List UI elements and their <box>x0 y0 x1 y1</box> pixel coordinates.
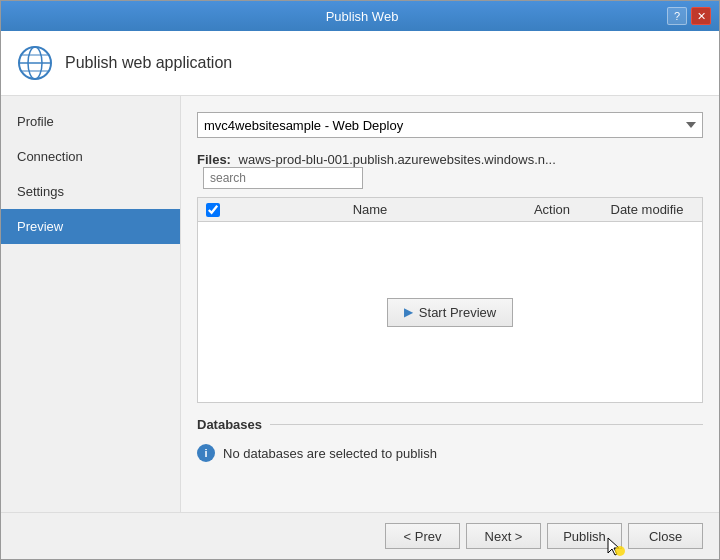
publish-button[interactable]: Publish <box>547 523 622 549</box>
sidebar-item-profile[interactable]: Profile <box>1 104 180 139</box>
close-button[interactable]: Close <box>628 523 703 549</box>
next-button[interactable]: Next > <box>466 523 541 549</box>
table-header: Name Action Date modifie <box>198 198 702 222</box>
databases-section: Databases i No databases are selected to… <box>197 417 703 466</box>
select-all-checkbox[interactable] <box>206 203 220 217</box>
sidebar-item-connection[interactable]: Connection <box>1 139 180 174</box>
prev-button[interactable]: < Prev <box>385 523 460 549</box>
publish-button-wrapper: Publish <box>547 523 622 549</box>
preview-table: Name Action Date modifie ▶ Start Preview <box>197 197 703 403</box>
col-header-date: Date modifie <box>592 202 702 217</box>
table-body: ▶ Start Preview <box>198 222 702 402</box>
databases-info-text: No databases are selected to publish <box>223 446 437 461</box>
title-bar: Publish Web ? ✕ <box>1 1 719 31</box>
start-preview-button[interactable]: ▶ Start Preview <box>387 298 513 327</box>
globe-icon <box>17 45 53 81</box>
files-label: Files: <box>197 152 231 167</box>
profile-select[interactable]: mvc4websitesample - Web Deploy <box>197 112 703 138</box>
dialog-header-title: Publish web application <box>65 54 232 72</box>
dialog-header: Publish web application <box>1 31 719 96</box>
databases-info-row: i No databases are selected to publish <box>197 440 703 466</box>
help-button[interactable]: ? <box>667 7 687 25</box>
col-header-action: Action <box>512 202 592 217</box>
search-input[interactable] <box>203 167 363 189</box>
dialog-body: Profile Connection Settings Preview mvc4… <box>1 96 719 512</box>
close-title-button[interactable]: ✕ <box>691 7 711 25</box>
sidebar-item-settings[interactable]: Settings <box>1 174 180 209</box>
databases-label: Databases <box>197 417 262 432</box>
header-checkbox-cell <box>198 203 228 217</box>
files-row: Files: waws-prod-blu-001.publish.azurewe… <box>197 152 703 189</box>
main-content: mvc4websitesample - Web Deploy Files: wa… <box>181 96 719 512</box>
profile-row: mvc4websitesample - Web Deploy <box>197 112 703 138</box>
sidebar: Profile Connection Settings Preview <box>1 96 181 512</box>
title-bar-controls: ? ✕ <box>667 7 711 25</box>
files-path: waws-prod-blu-001.publish.azurewebsites.… <box>239 152 556 167</box>
dialog-title: Publish Web <box>57 9 667 24</box>
dialog-footer: < Prev Next > Publish Close <box>1 512 719 559</box>
databases-divider <box>270 424 703 425</box>
sidebar-item-preview[interactable]: Preview <box>1 209 180 244</box>
info-icon: i <box>197 444 215 462</box>
col-header-name: Name <box>228 202 512 217</box>
databases-header: Databases <box>197 417 703 432</box>
play-icon: ▶ <box>404 305 413 319</box>
dialog-window: Publish Web ? ✕ Publish web application … <box>0 0 720 560</box>
start-preview-label: Start Preview <box>419 305 496 320</box>
